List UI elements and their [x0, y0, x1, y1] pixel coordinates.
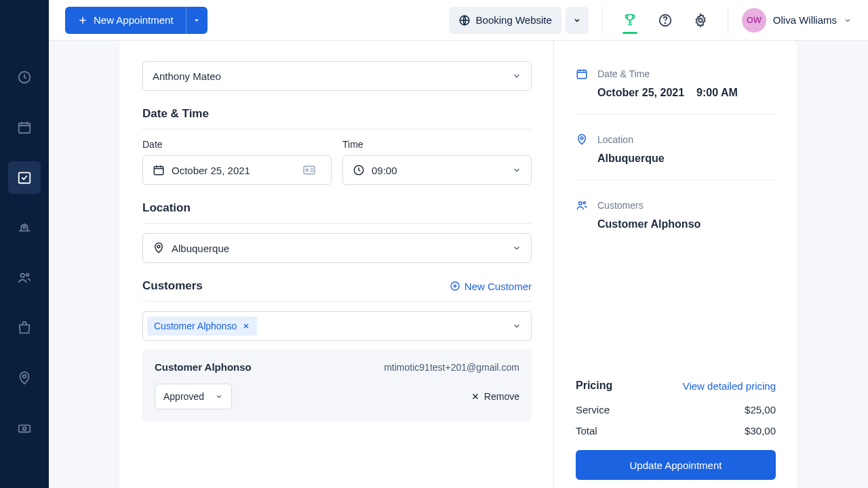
svg-point-22: [583, 202, 585, 204]
total-price: $30,00: [745, 425, 776, 436]
plus-icon: [77, 15, 88, 26]
svg-point-21: [579, 202, 583, 205]
summary-datetime-label: Date & Time: [597, 68, 650, 79]
location-select[interactable]: Albuquerque: [142, 233, 532, 263]
location-heading: Location: [142, 201, 532, 224]
total-label: Total: [576, 425, 597, 436]
sidebar-item-locations[interactable]: [8, 362, 41, 394]
avatar: OW: [742, 8, 766, 33]
time-label: Time: [342, 139, 532, 150]
svg-point-15: [306, 169, 308, 171]
globe-icon: [458, 14, 471, 26]
svg-point-4: [21, 274, 25, 278]
help-icon: [658, 13, 673, 28]
employee-value: Anthony Mateo: [153, 70, 221, 82]
update-appointment-button[interactable]: Update Appointment: [576, 450, 776, 480]
chevron-down-icon: [512, 71, 521, 81]
summary-customers-label: Customers: [597, 200, 644, 211]
new-appointment-button[interactable]: New Appointment: [65, 7, 186, 34]
users-icon: [576, 199, 588, 211]
location-value: Albuquerque: [172, 243, 229, 254]
sidebar: [0, 0, 49, 488]
svg-point-6: [23, 375, 26, 378]
status-value: Approved: [163, 391, 204, 402]
datetime-heading: Date & Time: [142, 107, 532, 129]
appointment-card: Anthony Mateo Date & Time Date October 2…: [119, 41, 797, 488]
new-appointment-label: New Appointment: [94, 14, 174, 26]
new-appointment-dropdown[interactable]: [186, 7, 208, 34]
sidebar-item-calendar[interactable]: [8, 111, 41, 144]
summary-customer-name: Customer Alphonso: [597, 218, 776, 230]
pin-icon: [153, 242, 165, 254]
new-customer-label: New Customer: [465, 281, 532, 292]
user-name: Oliva Williams: [773, 14, 837, 26]
help-button[interactable]: [652, 7, 679, 34]
topbar: New Appointment Booking Website: [49, 0, 868, 41]
trophy-icon: [623, 12, 637, 27]
settings-button[interactable]: [687, 7, 714, 34]
id-card-icon: [302, 165, 316, 176]
service-label: Service: [576, 404, 610, 415]
customers-heading-label: Customers: [142, 279, 203, 293]
chevron-down-icon: [573, 16, 581, 24]
customers-heading: Customers New Customer: [142, 279, 532, 302]
remove-chip-button[interactable]: [242, 322, 250, 330]
sidebar-item-services[interactable]: [8, 312, 41, 344]
svg-point-12: [698, 18, 703, 22]
booking-website-button[interactable]: Booking Website: [449, 7, 561, 34]
customer-detail-name: Customer Alphonso: [155, 361, 252, 373]
service-price: $25,00: [745, 404, 776, 415]
sidebar-item-customers[interactable]: [8, 262, 41, 294]
pricing-title: Pricing: [576, 380, 612, 392]
chevron-down-icon: [844, 16, 852, 24]
new-customer-button[interactable]: New Customer: [450, 281, 532, 292]
svg-rect-1: [19, 123, 31, 134]
sidebar-item-dashboard[interactable]: [8, 61, 41, 94]
time-select[interactable]: 09:00: [342, 155, 532, 185]
x-icon: [471, 392, 480, 401]
summary-time: 9:00 AM: [696, 87, 738, 99]
booking-website-label: Booking Website: [476, 14, 552, 26]
employee-select[interactable]: Anthony Mateo: [142, 61, 532, 91]
time-value: 09:00: [372, 165, 397, 176]
svg-rect-19: [577, 70, 587, 79]
customer-detail-card: Customer Alphonso mtimotic91test+201@gma…: [142, 349, 532, 422]
svg-rect-14: [304, 166, 315, 174]
caret-down-icon: [193, 17, 200, 24]
chevron-down-icon: [512, 165, 521, 175]
user-menu[interactable]: OW Oliva Williams: [742, 8, 852, 33]
plus-circle-icon: [450, 281, 460, 291]
date-label: Date: [142, 139, 332, 150]
customer-detail-email: mtimotic91test+201@gmail.com: [384, 362, 519, 373]
sidebar-item-employees[interactable]: [8, 211, 41, 244]
date-input[interactable]: October 25, 2021: [142, 155, 332, 185]
customer-status-select[interactable]: Approved: [155, 384, 232, 409]
svg-point-8: [23, 427, 26, 430]
achievements-button[interactable]: [616, 6, 644, 33]
summary-location-value: Albuquerque: [597, 152, 776, 165]
chevron-down-icon: [512, 321, 521, 331]
svg-point-3: [23, 226, 26, 228]
customer-chip: Customer Alphonso: [147, 317, 257, 336]
gear-icon: [693, 13, 708, 28]
svg-rect-7: [19, 425, 31, 432]
trophy-indicator: [623, 32, 637, 34]
summary-date: October 25, 2021: [597, 87, 684, 99]
view-pricing-link[interactable]: View detailed pricing: [683, 380, 776, 392]
chevron-down-icon: [512, 243, 521, 253]
divider: [602, 7, 603, 34]
pin-icon: [576, 134, 588, 146]
calendar-icon: [576, 68, 588, 80]
svg-point-11: [665, 22, 665, 23]
clock-icon: [353, 164, 365, 176]
remove-customer-button[interactable]: Remove: [471, 391, 519, 402]
sidebar-item-finance[interactable]: [8, 412, 41, 445]
remove-label: Remove: [484, 391, 519, 402]
svg-point-20: [580, 137, 583, 140]
divider: [728, 7, 728, 34]
sidebar-item-appointments[interactable]: [8, 161, 41, 194]
booking-website-dropdown[interactable]: [566, 7, 589, 34]
chevron-down-icon: [215, 392, 223, 401]
customer-select[interactable]: Customer Alphonso: [142, 311, 532, 341]
x-icon: [242, 322, 250, 330]
